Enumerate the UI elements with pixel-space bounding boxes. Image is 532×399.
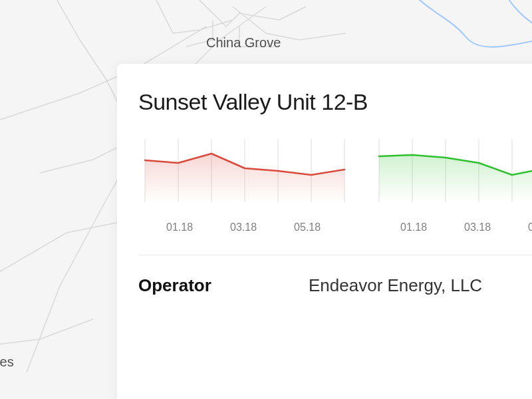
map-place-label: China Grove [206,35,281,51]
operator-label: Operator [138,275,309,296]
axis-tick: 01.18 [400,221,427,233]
operator-value: Endeavor Energy, LLC [309,275,532,296]
axis-tick: 03.18 [230,221,257,233]
charts-row: 01.18 03.18 05.18 [138,139,532,233]
well-detail-card: Sunset Valley Unit 12-B [117,64,532,399]
axis-tick: 01.18 [166,221,193,233]
chart-red: 01.18 03.18 05.18 [138,139,351,233]
chart-green-axis: 01.18 03.18 05. [372,221,532,233]
card-title: Sunset Valley Unit 12-B [138,89,368,115]
axis-tick: 05.18 [294,221,321,233]
chart-red-axis: 01.18 03.18 05.18 [138,221,351,233]
chart-green-area [379,155,532,202]
axis-tick: 05. [528,221,532,233]
axis-tick: 03.18 [464,221,491,233]
map-place-label-fragment: tes [0,354,14,370]
divider [138,255,532,255]
chart-green: 01.18 03.18 05. [372,139,532,233]
operator-row: Operator Endeavor Energy, LLC [138,275,532,296]
